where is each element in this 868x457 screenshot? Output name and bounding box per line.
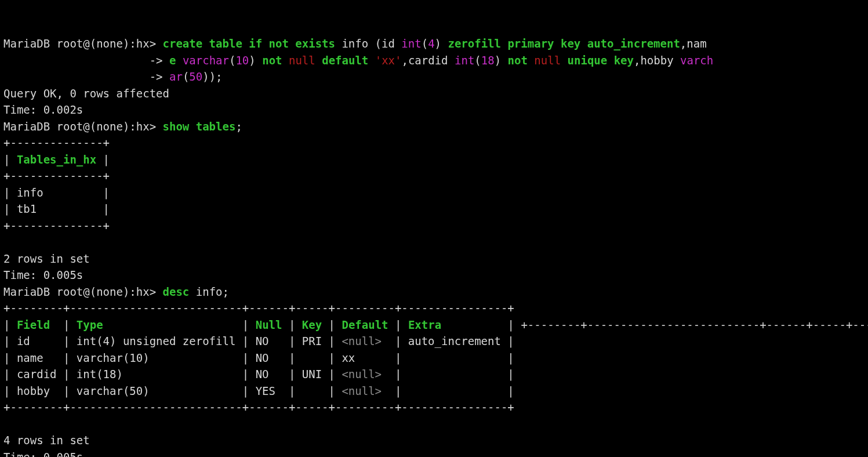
table-border: +--------+--------------------------+---… <box>3 302 514 314</box>
table-row: | id | int(4) unsigned zerofill | NO | P… <box>3 335 514 347</box>
query-time: Time: 0.005s <box>3 269 83 281</box>
table-header: Field <box>17 318 57 331</box>
rows-summary: 2 rows in set <box>3 252 90 265</box>
table-header: Default <box>342 318 388 331</box>
table-header: Key <box>302 318 322 331</box>
table-header: Extra <box>408 318 501 331</box>
table-header: Type <box>77 318 236 331</box>
table-header: Tables_in_hx <box>17 153 96 166</box>
sql-prompt[interactable]: MariaDB root@(none):hx> <box>3 37 163 50</box>
table-header: Null <box>256 318 282 331</box>
table-row: | cardid | int(18) | NO | UNI | <null> |… <box>3 368 514 380</box>
query-result: Query OK, 0 rows affected <box>3 87 169 100</box>
sql-prompt[interactable]: MariaDB root@(none):hx> <box>3 120 163 133</box>
query-time: Time: 0.005s <box>3 451 83 458</box>
terminal-output: MariaDB root@(none):hx> create table if … <box>3 35 865 457</box>
table-border: +--------------+ <box>3 136 110 149</box>
table-row: | hobby | varchar(50) | YES | | <null> |… <box>3 385 514 397</box>
table-row: | name | varchar(10) | NO | | xx | | <box>3 351 514 364</box>
table-row: | info | <box>3 186 110 199</box>
table-row: | tb1 | <box>3 202 110 215</box>
rows-summary: 4 rows in set <box>3 434 90 447</box>
query-time: Time: 0.002s <box>3 103 83 116</box>
sql-prompt[interactable]: MariaDB root@(none):hx> <box>3 285 163 298</box>
